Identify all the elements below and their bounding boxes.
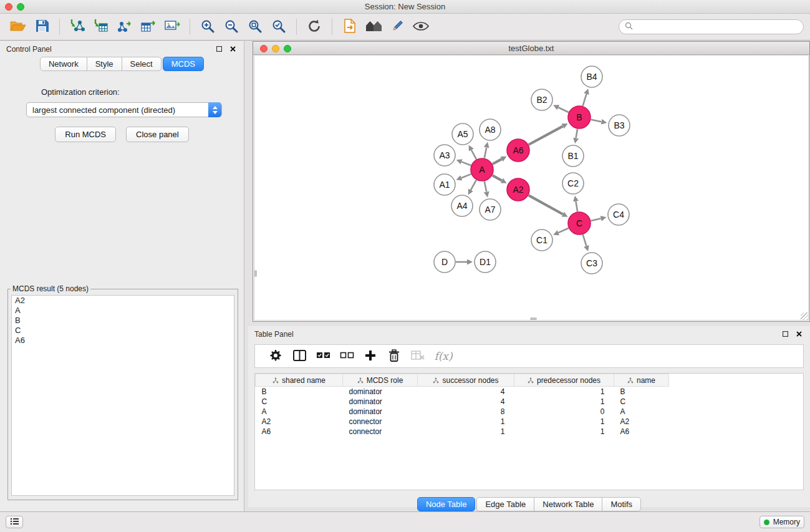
node-C4[interactable]: C4 bbox=[608, 204, 629, 225]
edge-A6-B[interactable] bbox=[529, 126, 563, 145]
table-row[interactable]: Cdominator41C bbox=[256, 397, 669, 407]
table-row[interactable]: Adominator80A bbox=[256, 407, 669, 417]
import-network-button[interactable] bbox=[65, 16, 89, 37]
zoom-window-button[interactable] bbox=[17, 3, 24, 11]
horizontal-scrollbar-thumb[interactable] bbox=[530, 317, 537, 320]
node-B4[interactable]: B4 bbox=[581, 66, 602, 87]
tab-node-table[interactable]: Node Table bbox=[417, 497, 476, 511]
node-C2[interactable]: C2 bbox=[562, 173, 584, 194]
criterion-dropdown[interactable]: largest connected component (directed) bbox=[26, 102, 222, 117]
close-panel-button[interactable]: Close panel bbox=[126, 127, 189, 142]
table-row[interactable]: A2connector11A2 bbox=[256, 417, 669, 427]
refresh-view-button[interactable] bbox=[302, 16, 326, 37]
tab-select[interactable]: Select bbox=[122, 57, 162, 71]
table-settings-button[interactable] bbox=[264, 347, 287, 365]
zoom-in-button[interactable] bbox=[196, 16, 219, 37]
tab-mcds[interactable]: MCDS bbox=[163, 57, 204, 71]
open-network-url-button[interactable] bbox=[338, 16, 362, 37]
home-button[interactable] bbox=[362, 16, 385, 37]
minimize-view-button[interactable] bbox=[272, 45, 279, 52]
edge-B-B2[interactable] bbox=[558, 107, 569, 112]
edge-C-C1[interactable] bbox=[558, 228, 568, 233]
edge-A-A7[interactable] bbox=[485, 181, 486, 192]
table-row[interactable]: Bdominator41B bbox=[256, 387, 669, 397]
edge-C-C4[interactable] bbox=[591, 218, 601, 221]
column-header-name[interactable]: name bbox=[614, 374, 669, 387]
export-table-button[interactable] bbox=[137, 16, 160, 37]
edge-A2-C[interactable] bbox=[529, 195, 563, 214]
node-B[interactable]: B bbox=[568, 106, 591, 128]
delete-column-button[interactable] bbox=[382, 347, 406, 365]
node-C[interactable]: C bbox=[568, 212, 591, 235]
show-overview-button[interactable] bbox=[409, 16, 433, 37]
node-A8[interactable]: A8 bbox=[480, 119, 501, 140]
select-all-rows-button[interactable] bbox=[311, 347, 335, 365]
node-B2[interactable]: B2 bbox=[531, 89, 552, 110]
network-canvas[interactable]: B4B2BB3A8A5A6A3B1AC2A1A2A4A7C4CC1C3DD1 bbox=[254, 55, 809, 321]
task-history-button[interactable] bbox=[6, 516, 23, 528]
save-session-button[interactable] bbox=[30, 16, 54, 37]
edge-A-A4[interactable] bbox=[471, 180, 476, 190]
zoom-view-button[interactable] bbox=[284, 45, 291, 52]
float-table-panel-icon[interactable] bbox=[780, 329, 790, 339]
node-A7[interactable]: A7 bbox=[480, 199, 501, 220]
column-header-shared-name[interactable]: shared name bbox=[256, 374, 343, 387]
open-session-button[interactable] bbox=[6, 16, 30, 37]
delete-table-button[interactable] bbox=[406, 347, 430, 365]
edge-A-A5[interactable] bbox=[471, 150, 476, 160]
function-builder-button[interactable]: f(x) bbox=[430, 347, 453, 365]
node-A6[interactable]: A6 bbox=[507, 139, 529, 162]
node-A4[interactable]: A4 bbox=[451, 195, 473, 216]
mcds-result-item[interactable]: A6 bbox=[12, 336, 234, 346]
edge-A-A1[interactable] bbox=[461, 174, 471, 178]
add-column-button[interactable] bbox=[359, 347, 382, 365]
table-row[interactable]: A6connector11A6 bbox=[256, 427, 669, 437]
export-image-button[interactable] bbox=[160, 16, 184, 37]
mcds-result-item[interactable]: C bbox=[12, 326, 234, 336]
export-network-button[interactable] bbox=[113, 16, 137, 37]
edge-A-A6[interactable] bbox=[493, 159, 502, 164]
mcds-result-list[interactable]: A2ABCA6 bbox=[11, 295, 234, 496]
edge-C-C2[interactable] bbox=[576, 201, 578, 212]
import-table-button[interactable] bbox=[89, 16, 113, 37]
search-box[interactable] bbox=[619, 19, 804, 34]
zoom-fit-button[interactable] bbox=[243, 16, 267, 37]
mcds-result-item[interactable]: A bbox=[12, 306, 234, 316]
edge-B-B1[interactable] bbox=[576, 129, 577, 138]
edge-C-C3[interactable] bbox=[583, 235, 587, 246]
tab-network-table[interactable]: Network Table bbox=[534, 497, 602, 511]
node-D[interactable]: D bbox=[434, 251, 455, 273]
annotation-button[interactable] bbox=[385, 16, 409, 37]
edge-B-B4[interactable] bbox=[583, 94, 587, 106]
zoom-selected-button[interactable] bbox=[267, 16, 291, 37]
column-header-successor-nodes[interactable]: successor nodes bbox=[418, 374, 514, 387]
show-columns-button[interactable] bbox=[287, 347, 311, 365]
close-window-button[interactable] bbox=[5, 3, 12, 11]
resize-grip[interactable] bbox=[801, 312, 808, 320]
zoom-out-button[interactable] bbox=[219, 16, 243, 37]
vertical-scrollbar-thumb[interactable] bbox=[254, 270, 257, 277]
run-mcds-button[interactable]: Run MCDS bbox=[55, 127, 116, 142]
mcds-result-item[interactable]: A2 bbox=[12, 296, 234, 306]
mcds-result-item[interactable]: B bbox=[12, 316, 234, 326]
node-B1[interactable]: B1 bbox=[562, 145, 584, 167]
tab-style[interactable]: Style bbox=[87, 57, 122, 71]
edge-A-A3[interactable] bbox=[461, 162, 471, 165]
edge-A-A2[interactable] bbox=[493, 175, 502, 180]
node-A5[interactable]: A5 bbox=[452, 123, 473, 145]
search-input[interactable] bbox=[637, 22, 798, 31]
column-header-mcds-role[interactable]: MCDS role bbox=[343, 374, 418, 387]
close-table-panel-icon[interactable] bbox=[794, 329, 804, 339]
node-B3[interactable]: B3 bbox=[609, 115, 630, 136]
edge-B-B3[interactable] bbox=[591, 120, 602, 122]
node-A1[interactable]: A1 bbox=[434, 174, 455, 195]
node-table-container[interactable]: shared name MCDS role successor nodes pr… bbox=[254, 373, 804, 490]
tab-edge-table[interactable]: Edge Table bbox=[476, 497, 534, 511]
edge-A-A8[interactable] bbox=[485, 147, 486, 158]
node-C3[interactable]: C3 bbox=[581, 253, 602, 274]
node-A2[interactable]: A2 bbox=[507, 178, 529, 201]
node-A3[interactable]: A3 bbox=[434, 145, 455, 166]
tab-network[interactable]: Network bbox=[40, 57, 87, 71]
close-panel-icon[interactable] bbox=[228, 44, 238, 54]
node-C1[interactable]: C1 bbox=[531, 230, 552, 251]
